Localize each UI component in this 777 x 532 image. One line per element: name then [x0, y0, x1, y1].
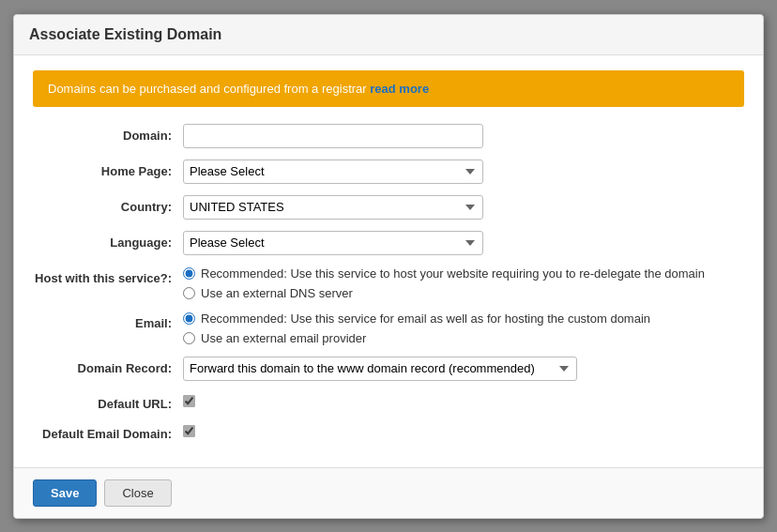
email-option-1[interactable]: Use an external email provider [183, 331, 744, 345]
domain-record-control-wrap: Forward this domain to the www domain re… [183, 357, 744, 381]
language-control-wrap: Please Select [183, 231, 744, 255]
default-email-domain-control-wrap [183, 422, 744, 440]
host-service-control-wrap: Recommended: Use this service to host yo… [183, 266, 744, 300]
host-service-label-1: Use an external DNS server [201, 286, 353, 300]
host-service-option-0[interactable]: Recommended: Use this service to host yo… [183, 266, 744, 281]
host-service-radio-0[interactable] [183, 267, 195, 280]
default-email-domain-label: Default Email Domain: [33, 422, 183, 441]
dialog-title: Associate Existing Domain [14, 15, 763, 55]
email-control-wrap: Recommended: Use this service for email … [183, 312, 744, 345]
country-control-wrap: UNITED STATES [183, 195, 744, 220]
country-label: Country: [33, 195, 183, 214]
domain-input[interactable] [183, 124, 483, 148]
domain-label: Domain: [33, 124, 183, 143]
email-row: Email: Recommended: Use this service for… [33, 312, 744, 345]
close-button[interactable]: Close [104, 479, 171, 507]
default-url-row: Default URL: [33, 392, 744, 411]
save-button[interactable]: Save [33, 479, 97, 507]
email-radio-0[interactable] [183, 312, 195, 325]
default-url-label: Default URL: [33, 392, 183, 411]
email-radio-1[interactable] [183, 332, 195, 344]
email-label-1: Use an external email provider [201, 331, 366, 345]
domain-record-label: Domain Record: [33, 357, 183, 375]
country-select[interactable]: UNITED STATES [183, 195, 483, 220]
dialog-footer: Save Close [14, 467, 763, 518]
language-select[interactable]: Please Select [183, 231, 483, 255]
language-label: Language: [33, 231, 183, 250]
host-service-label: Host with this service?: [33, 266, 183, 285]
home-page-label: Home Page: [33, 160, 183, 178]
host-service-label-0: Recommended: Use this service to host yo… [201, 266, 705, 281]
home-page-row: Home Page: Please Select [33, 160, 744, 184]
country-row: Country: UNITED STATES [33, 195, 744, 220]
language-row: Language: Please Select [33, 231, 744, 255]
host-service-option-1[interactable]: Use an external DNS server [183, 286, 744, 300]
info-banner: Domains can be purchased and configured … [33, 70, 744, 107]
info-banner-text: Domains can be purchased and configured … [48, 82, 370, 96]
email-label: Email: [33, 312, 183, 330]
home-page-select[interactable]: Please Select [183, 160, 483, 184]
domain-record-select[interactable]: Forward this domain to the www domain re… [183, 357, 577, 381]
email-label-0: Recommended: Use this service for email … [201, 312, 650, 326]
default-url-checkbox[interactable] [183, 395, 195, 407]
default-email-domain-checkbox[interactable] [183, 425, 195, 437]
home-page-control-wrap: Please Select [183, 160, 744, 184]
email-option-0[interactable]: Recommended: Use this service for email … [183, 312, 744, 326]
email-radio-group: Recommended: Use this service for email … [183, 312, 744, 345]
domain-control-wrap [183, 124, 744, 148]
default-url-control-wrap [183, 392, 744, 410]
host-service-row: Host with this service?: Recommended: Us… [33, 266, 744, 300]
read-more-link[interactable]: read more [370, 82, 429, 96]
host-service-radio-group: Recommended: Use this service to host yo… [183, 266, 744, 300]
host-service-radio-1[interactable] [183, 287, 195, 299]
domain-row: Domain: [33, 124, 744, 148]
dialog-body: Domains can be purchased and configured … [14, 55, 763, 467]
associate-domain-dialog: Associate Existing Domain Domains can be… [13, 14, 764, 519]
default-email-domain-row: Default Email Domain: [33, 422, 744, 441]
domain-record-row: Domain Record: Forward this domain to th… [33, 357, 744, 381]
